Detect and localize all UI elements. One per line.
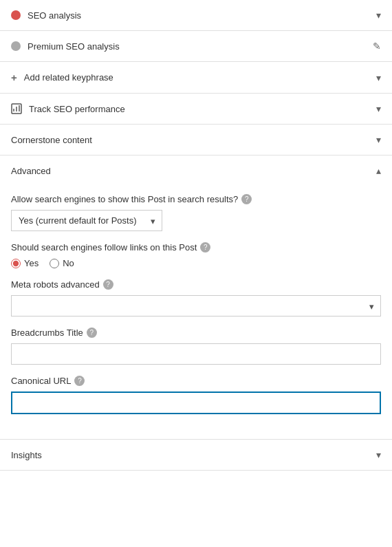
meta-robots-select[interactable] [11, 295, 381, 317]
premium-seo-row[interactable]: Premium SEO analysis ✎ [0, 31, 392, 62]
search-engines-show-label: Allow search engines to show this Post i… [11, 194, 238, 204]
breadcrumbs-title-label-row: Breadcrumbs Title ? [11, 328, 381, 338]
cornerstone-row[interactable]: Cornerstone content ▾ [0, 125, 392, 155]
canonical-url-label: Canonical URL [11, 376, 71, 386]
follow-links-field: Should search engines follow links on th… [11, 242, 381, 268]
canonical-url-help-icon[interactable]: ? [74, 376, 85, 386]
add-keyphrase-row[interactable]: + Add related keyphrase ▾ [0, 62, 392, 94]
insights-row[interactable]: Insights ▾ [0, 440, 392, 471]
follow-links-help-icon[interactable]: ? [200, 242, 210, 253]
search-engines-show-field: Allow search engines to show this Post i… [11, 194, 381, 231]
follow-links-label-row: Should search engines follow links on th… [11, 242, 381, 253]
seo-analysis-label: SEO analysis [28, 10, 81, 21]
premium-seo-label: Premium SEO analysis [28, 41, 120, 52]
insights-label: Insights [11, 450, 42, 460]
meta-robots-help-icon[interactable]: ? [103, 279, 113, 290]
search-engines-show-label-row: Allow search engines to show this Post i… [11, 194, 381, 204]
cornerstone-left: Cornerstone content [11, 135, 92, 145]
meta-robots-field: Meta robots advanced ? ▾ [11, 279, 381, 317]
search-engines-show-select-wrapper: Yes (current default for Posts) No Yes ▾ [11, 210, 162, 231]
search-engines-show-help-icon[interactable]: ? [241, 194, 252, 204]
add-keyphrase-left: + Add related keyphrase [11, 72, 113, 83]
add-keyphrase-label: Add related keyphrase [24, 72, 113, 83]
premium-seo-left: Premium SEO analysis [11, 41, 120, 52]
search-engines-show-select[interactable]: Yes (current default for Posts) No Yes [11, 210, 162, 231]
advanced-chevron: ▴ [376, 165, 381, 176]
advanced-body: Allow search engines to show this Post i… [0, 186, 392, 439]
meta-robots-label: Meta robots advanced [11, 279, 100, 290]
track-seo-left: Track SEO performance [11, 103, 125, 114]
breadcrumbs-title-label: Breadcrumbs Title [11, 328, 83, 338]
follow-links-yes-option[interactable]: Yes [11, 258, 39, 268]
premium-seo-dot [11, 41, 21, 51]
seo-analysis-left: SEO analysis [11, 10, 81, 21]
cornerstone-label: Cornerstone content [11, 135, 92, 145]
canonical-url-input[interactable] [11, 392, 381, 414]
breadcrumbs-title-field: Breadcrumbs Title ? [11, 328, 381, 365]
follow-links-radio-group: Yes No [11, 258, 381, 268]
follow-links-no-radio[interactable] [50, 259, 59, 268]
breadcrumbs-title-help-icon[interactable]: ? [87, 328, 97, 338]
meta-robots-select-wrapper: ▾ [11, 295, 381, 317]
advanced-header[interactable]: Advanced ▴ [0, 155, 392, 186]
seo-analysis-row[interactable]: SEO analysis ▾ [0, 0, 392, 31]
track-seo-icon [11, 103, 22, 114]
follow-links-no-option[interactable]: No [50, 258, 74, 268]
advanced-section: Advanced ▴ Allow search engines to show … [0, 155, 392, 440]
track-seo-chevron: ▾ [376, 103, 381, 114]
premium-seo-edit-icon[interactable]: ✎ [373, 41, 381, 52]
follow-links-label: Should search engines follow links on th… [11, 242, 197, 253]
seo-panel: SEO analysis ▾ Premium SEO analysis ✎ + … [0, 0, 392, 471]
canonical-url-field: Canonical URL ? [11, 376, 381, 414]
meta-robots-label-row: Meta robots advanced ? [11, 279, 381, 290]
insights-chevron: ▾ [376, 449, 381, 460]
seo-analysis-chevron: ▾ [376, 10, 381, 21]
add-keyphrase-chevron: ▾ [376, 72, 381, 83]
cornerstone-chevron: ▾ [376, 134, 381, 145]
add-keyphrase-plus-icon: + [11, 72, 17, 83]
follow-links-yes-label: Yes [24, 258, 39, 268]
canonical-url-label-row: Canonical URL ? [11, 376, 381, 386]
track-seo-label: Track SEO performance [29, 104, 125, 114]
advanced-label: Advanced [11, 166, 51, 176]
seo-analysis-dot [11, 10, 21, 20]
breadcrumbs-title-input[interactable] [11, 343, 381, 365]
follow-links-yes-radio[interactable] [11, 259, 21, 268]
follow-links-no-label: No [63, 258, 74, 268]
track-seo-row[interactable]: Track SEO performance ▾ [0, 94, 392, 125]
